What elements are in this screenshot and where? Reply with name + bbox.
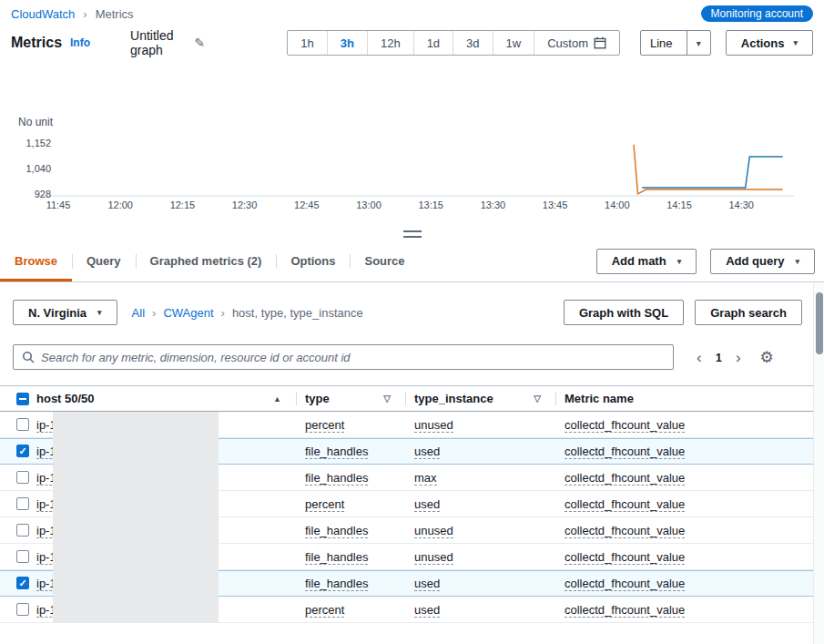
sort-ascending-icon[interactable]: ▲ [273, 394, 281, 404]
row-checkbox[interactable] [16, 550, 29, 563]
tab-options[interactable]: Options [276, 240, 350, 281]
type-value[interactable]: percent [305, 418, 344, 433]
row-checkbox[interactable] [16, 497, 29, 510]
metric-name-value[interactable]: collectd_fhcount_value [565, 445, 685, 459]
graph-with-sql-button[interactable]: Graph with SQL [564, 300, 684, 325]
filter-icon[interactable]: ▽ [534, 394, 541, 404]
metric-chart[interactable]: No unit 1,1521,04092811:4512:0012:1512:3… [0, 58, 824, 228]
column-header-type-instance[interactable]: type_instance ▽ [405, 386, 555, 411]
metric-name-value[interactable]: collectd_fhcount_value [565, 471, 685, 486]
calendar-icon [594, 36, 606, 49]
metric-name-value[interactable]: collectd_fhcount_value [565, 577, 685, 591]
caret-down-icon: ▾ [793, 38, 798, 47]
region-select[interactable]: N. Virginia ▾ [13, 300, 117, 325]
tab-source[interactable]: Source [350, 240, 419, 281]
chevron-right-icon: › [83, 7, 86, 21]
scrollbar-thumb[interactable] [816, 292, 823, 354]
table-header: host 50/50 ▲ type ▽ type_instance ▽ Metr… [0, 385, 824, 412]
time-range-12h[interactable]: 12h [367, 31, 413, 55]
row-checkbox[interactable] [16, 445, 29, 457]
time-range-1d[interactable]: 1d [413, 31, 453, 55]
type-value[interactable]: percent [305, 603, 344, 618]
tab-query[interactable]: Query [72, 240, 136, 281]
info-link[interactable]: Info [70, 36, 90, 49]
vertical-scrollbar[interactable] [813, 283, 824, 644]
caret-down-icon: ▾ [97, 308, 102, 317]
breadcrumb-cwagent[interactable]: CWAgent [163, 306, 213, 320]
split-panel-divider [0, 228, 824, 240]
metric-search [13, 344, 674, 370]
time-range-1h[interactable]: 1h [288, 31, 326, 55]
metric-name-value[interactable]: collectd_fhcount_value [565, 603, 685, 618]
monitoring-account-badge: Monitoring account [701, 5, 813, 22]
graph-search-button[interactable]: Graph search [695, 300, 802, 325]
gear-icon[interactable]: ⚙ [760, 350, 774, 365]
svg-text:12:30: 12:30 [232, 199, 258, 210]
page-number[interactable]: 1 [716, 351, 722, 364]
chevron-right-icon: › [221, 306, 225, 320]
add-math-button[interactable]: Add math ▾ [596, 249, 697, 274]
breadcrumb-all[interactable]: All [132, 306, 145, 320]
svg-text:12:45: 12:45 [294, 199, 320, 210]
actions-button[interactable]: Actions ▾ [726, 30, 813, 56]
chevron-right-icon[interactable]: › [736, 350, 741, 365]
search-input[interactable] [41, 351, 665, 364]
tab-browse[interactable]: Browse [0, 240, 72, 281]
breadcrumb-metrics: Metrics [96, 7, 134, 21]
svg-text:13:15: 13:15 [418, 199, 443, 210]
time-range-3h[interactable]: 3h [327, 31, 367, 55]
type-instance-value[interactable]: unused [414, 550, 453, 565]
type-value[interactable]: file_handles [305, 577, 368, 591]
metric-name-value[interactable]: collectd_fhcount_value [565, 550, 685, 565]
column-header-type[interactable]: type ▽ [296, 386, 405, 411]
svg-text:1,040: 1,040 [25, 163, 51, 174]
magnifier-icon [22, 351, 35, 363]
metric-name-value[interactable]: collectd_fhcount_value [565, 497, 685, 512]
row-checkbox[interactable] [16, 471, 29, 484]
type-value[interactable]: percent [305, 497, 344, 512]
type-value[interactable]: file_handles [305, 524, 368, 538]
column-divider [555, 392, 556, 405]
row-checkbox[interactable] [16, 418, 29, 431]
metric-chart-svg: 1,1521,04092811:4512:0012:1512:3012:4513… [0, 58, 824, 228]
row-checkbox[interactable] [16, 524, 29, 537]
time-range-1w[interactable]: 1w [493, 31, 534, 55]
graph-title[interactable]: Untitled graph [130, 28, 188, 57]
type-value[interactable]: file_handles [305, 445, 368, 459]
svg-text:14:30: 14:30 [728, 199, 754, 210]
svg-text:13:00: 13:00 [356, 199, 381, 210]
time-range-custom[interactable]: Custom [534, 31, 619, 55]
add-query-button[interactable]: Add query ▾ [710, 249, 815, 274]
type-instance-value[interactable]: used [414, 497, 440, 512]
column-header-host[interactable]: host 50/50 ▲ [36, 386, 296, 411]
type-instance-value[interactable]: used [414, 603, 440, 618]
select-all-checkbox[interactable] [16, 393, 29, 405]
column-header-metric-name[interactable]: Metric name [555, 386, 824, 411]
time-range-3d[interactable]: 3d [453, 31, 492, 55]
row-checkbox[interactable] [16, 603, 29, 616]
type-instance-value[interactable]: used [414, 577, 440, 591]
chart-type-select[interactable]: Line ▾ [640, 30, 711, 56]
chevron-left-icon[interactable]: ‹ [697, 350, 702, 365]
caret-down-icon: ▾ [795, 257, 799, 266]
type-instance-value[interactable]: unused [414, 418, 453, 433]
filter-icon[interactable]: ▽ [383, 394, 391, 404]
breadcrumb-dimensions: host, type, type_instance [232, 306, 363, 320]
svg-text:11:45: 11:45 [46, 199, 71, 210]
metric-name-value[interactable]: collectd_fhcount_value [565, 418, 685, 433]
column-divider [405, 392, 406, 405]
type-instance-value[interactable]: max [414, 471, 437, 486]
top-navigation: CloudWatch › Metrics Monitoring account [0, 0, 824, 27]
type-value[interactable]: file_handles [305, 471, 368, 486]
tab-graphed-metrics[interactable]: Graphed metrics (2) [136, 240, 277, 281]
metric-name-value[interactable]: collectd_fhcount_value [565, 524, 685, 538]
svg-text:13:45: 13:45 [543, 199, 568, 210]
row-checkbox[interactable] [16, 577, 29, 589]
type-instance-value[interactable]: unused [414, 524, 453, 538]
type-instance-value[interactable]: used [414, 445, 440, 459]
pencil-icon[interactable]: ✎ [195, 36, 206, 50]
breadcrumb-cloudwatch[interactable]: CloudWatch [11, 7, 75, 21]
metrics-table: host 50/50 ▲ type ▽ type_instance ▽ Metr… [0, 385, 824, 623]
type-value[interactable]: file_handles [305, 550, 368, 565]
drag-handle-icon[interactable] [403, 230, 422, 238]
